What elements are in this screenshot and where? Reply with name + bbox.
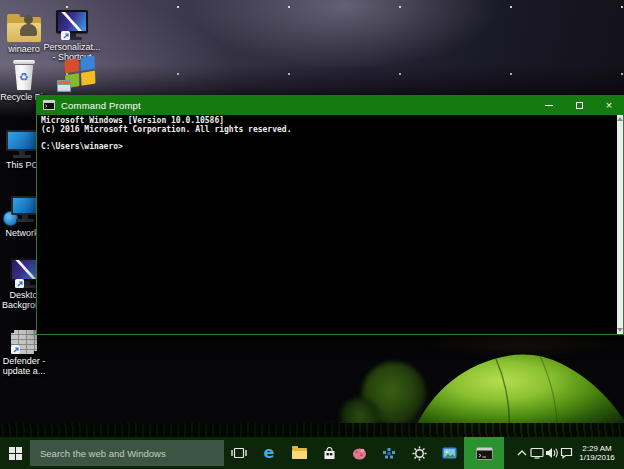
action-center-button[interactable] xyxy=(559,437,574,469)
pink-app-icon xyxy=(352,447,367,460)
show-hidden-icons-button[interactable] xyxy=(514,437,529,469)
command-prompt-window: Command Prompt × Microsoft Windows [Vers… xyxy=(36,95,624,335)
volume-tray-button[interactable] xyxy=(544,437,559,469)
window-title: Command Prompt xyxy=(61,100,141,111)
start-button[interactable] xyxy=(0,437,30,469)
console-output: Microsoft Windows [Version 10.0.10586](c… xyxy=(37,115,623,151)
recycle-bin-icon: ♻ xyxy=(0,56,53,90)
console-prompt-line: C:\Users\winaero> xyxy=(41,142,123,151)
settings-button[interactable] xyxy=(404,437,434,469)
network-tray-button[interactable] xyxy=(529,437,544,469)
windows-start-icon xyxy=(9,447,22,460)
command-prompt-taskbar-button[interactable] xyxy=(464,437,504,469)
close-button[interactable]: × xyxy=(594,95,624,115)
store-button[interactable] xyxy=(314,437,344,469)
scroll-up-icon[interactable] xyxy=(617,117,623,121)
store-bag-icon xyxy=(323,447,336,460)
search-input[interactable] xyxy=(30,440,224,466)
winaero-app-button[interactable] xyxy=(344,437,374,469)
shortcut-arrow-icon xyxy=(15,279,24,288)
display-photos-button[interactable] xyxy=(434,437,464,469)
file-explorer-button[interactable] xyxy=(284,437,314,469)
gear-icon xyxy=(412,446,427,461)
folder-icon xyxy=(292,448,307,459)
console-line: (c) 2016 Microsoft Corporation. All righ… xyxy=(41,125,291,134)
command-prompt-icon xyxy=(43,100,55,110)
picture-display-icon xyxy=(442,447,457,459)
console-scrollbar[interactable] xyxy=(617,115,623,334)
shortcut-arrow-icon xyxy=(11,345,20,354)
desktop-icon-windows-app[interactable] xyxy=(47,58,105,92)
taskbar-clock[interactable]: 2:29 AM 1/19/2016 xyxy=(574,444,624,463)
scroll-down-icon[interactable] xyxy=(617,328,623,332)
grass-silhouette xyxy=(0,423,624,437)
clock-date: 1/19/2016 xyxy=(574,453,620,463)
maximize-icon xyxy=(576,102,583,109)
recycle-symbol-icon: ♻ xyxy=(19,72,29,83)
edge-icon: e xyxy=(264,445,275,461)
clock-time: 2:29 AM xyxy=(574,444,620,454)
minimize-icon xyxy=(545,105,553,106)
windows-flag-icon xyxy=(47,58,105,92)
action-center-icon xyxy=(560,447,573,459)
console-area[interactable]: Microsoft Windows [Version 10.0.10586](c… xyxy=(36,115,624,335)
close-icon: × xyxy=(606,100,612,111)
taskbar-search-box[interactable] xyxy=(30,440,224,466)
chevron-up-icon xyxy=(517,450,527,456)
desktop-icon-label: Defender - xyxy=(3,356,46,366)
network-icon xyxy=(530,447,544,459)
pixel-app-button[interactable] xyxy=(374,437,404,469)
command-prompt-icon xyxy=(476,447,493,460)
windows-desktop-screen: winaero Personalizat... - Shortcut ♻ Rec… xyxy=(0,0,624,469)
shortcut-arrow-icon xyxy=(61,31,70,40)
taskbar: e xyxy=(0,437,624,469)
task-view-icon xyxy=(231,447,247,459)
blue-pixel-icon xyxy=(382,447,396,460)
task-view-button[interactable] xyxy=(224,437,254,469)
window-titlebar[interactable]: Command Prompt × xyxy=(36,95,624,115)
personalization-monitor-icon xyxy=(43,6,101,40)
maximize-button[interactable] xyxy=(564,95,594,115)
edge-button[interactable]: e xyxy=(254,437,284,469)
desktop-icon-personalization[interactable]: Personalizat... - Shortcut xyxy=(43,6,101,62)
volume-icon xyxy=(545,447,559,459)
desktop-icon-label: Personalizat... xyxy=(43,42,100,52)
system-tray: 2:29 AM 1/19/2016 xyxy=(514,437,624,469)
minimize-button[interactable] xyxy=(534,95,564,115)
